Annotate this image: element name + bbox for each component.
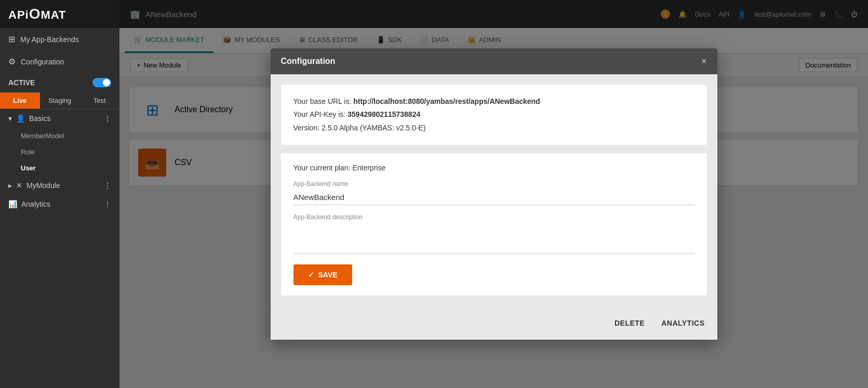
gear-icon: ⚙ — [8, 57, 16, 66]
home-icon: ⊞ — [8, 34, 15, 44]
backend-desc-field: App-Backend description — [293, 213, 695, 256]
sidebar-item-my-app-backends[interactable]: ⊞ My App-Backends — [0, 28, 119, 50]
analytics-label: Analytics — [21, 200, 50, 208]
backend-name-label: App-Backend name — [293, 180, 695, 188]
sidebar-group-basics-header[interactable]: ▾ 👤 Basics ⋮ — [0, 109, 119, 128]
sidebar-group-mymodule-header[interactable]: ▸ ✕ MyModule ⋮ — [0, 176, 119, 195]
env-tab-live[interactable]: Live — [0, 92, 40, 109]
active-label: ACTIVE — [8, 78, 35, 87]
save-button[interactable]: ✓ SAVE — [293, 264, 352, 285]
main-area: 🏢 ANewBackend 1 🔔 Docs API 👤 test@apioma… — [119, 0, 868, 388]
sidebar-item-label: Configuration — [21, 58, 64, 66]
sidebar-analytics[interactable]: 📊 Analytics ⋮ — [0, 195, 119, 213]
delete-button[interactable]: DELETE — [615, 315, 645, 331]
sidebar-subitem-role[interactable]: Role — [0, 144, 119, 160]
sidebar-item-configuration[interactable]: ⚙ Configuration — [0, 50, 119, 73]
base-url-text: Your base URL is: http://localhost:8080/… — [293, 95, 695, 108]
plan-text: Your current plan: Enterprise — [293, 164, 695, 172]
modal-title: Configuration — [281, 57, 336, 66]
sidebar-item-label: My App-Backends — [20, 35, 79, 44]
modal-overlay: Configuration × Your base URL is: http:/… — [119, 0, 868, 388]
api-key-text: Your API-Key is: 359429802115738824 — [293, 108, 695, 121]
backend-desc-input[interactable] — [293, 223, 695, 254]
logo-text: APiOMAT — [8, 6, 66, 22]
modal-close-button[interactable]: × — [701, 57, 707, 66]
group-label: MyModule — [26, 181, 60, 190]
backend-name-field: App-Backend name — [293, 180, 695, 205]
backend-name-input[interactable] — [293, 190, 695, 205]
modal-body: Your base URL is: http://localhost:8080/… — [271, 74, 717, 306]
backend-desc-label: App-Backend description — [293, 213, 695, 221]
sidebar-subitem-user[interactable]: User — [0, 160, 119, 176]
modal-form-box: Your current plan: Enterprise App-Backen… — [281, 153, 707, 296]
active-section: ACTIVE — [0, 73, 119, 92]
configuration-modal: Configuration × Your base URL is: http:/… — [271, 48, 717, 340]
version-text: Version: 2.5.0 Alpha (YAMBAS: v2.5.0-E) — [293, 122, 695, 135]
modal-footer: DELETE ANALYTICS — [271, 306, 717, 340]
sidebar-group-basics: ▾ 👤 Basics ⋮ MemberModel Role User — [0, 109, 119, 176]
env-tab-staging[interactable]: Staging — [40, 92, 80, 109]
analytics-button[interactable]: ANALYTICS — [661, 315, 704, 331]
checkmark-icon: ✓ — [308, 271, 314, 279]
sidebar-group-mymodule: ▸ ✕ MyModule ⋮ — [0, 176, 119, 195]
modal-header: Configuration × — [271, 48, 717, 74]
chevron-right-icon: ▸ — [8, 181, 12, 190]
logo-area: APiOMAT — [0, 0, 119, 28]
modal-info-box: Your base URL is: http://localhost:8080/… — [281, 85, 707, 145]
more-icon[interactable]: ⋮ — [104, 114, 111, 123]
chevron-down-icon: ▾ — [8, 114, 12, 123]
env-tab-test[interactable]: Test — [79, 92, 119, 109]
group-label: Basics — [29, 114, 50, 123]
active-toggle[interactable] — [92, 78, 111, 87]
api-key-value: 359429802115738824 — [348, 110, 420, 118]
analytics-more-icon[interactable]: ⋮ — [104, 200, 111, 208]
more-icon[interactable]: ⋮ — [104, 181, 111, 190]
module-icon: ✕ — [16, 181, 22, 190]
sidebar: APiOMAT ⊞ My App-Backends ⚙ Configuratio… — [0, 0, 119, 388]
version-value: 2.5.0 Alpha (YAMBAS: v2.5.0-E) — [322, 124, 426, 132]
base-url-value: http://localhost:8080/yambas/rest/apps/A… — [353, 97, 540, 105]
analytics-icon: 📊 — [8, 200, 17, 208]
sidebar-subitem-member-model[interactable]: MemberModel — [0, 128, 119, 144]
person-icon: 👤 — [16, 114, 25, 123]
env-tabs: Live Staging Test — [0, 92, 119, 109]
plan-value: Enterprise — [352, 164, 385, 172]
